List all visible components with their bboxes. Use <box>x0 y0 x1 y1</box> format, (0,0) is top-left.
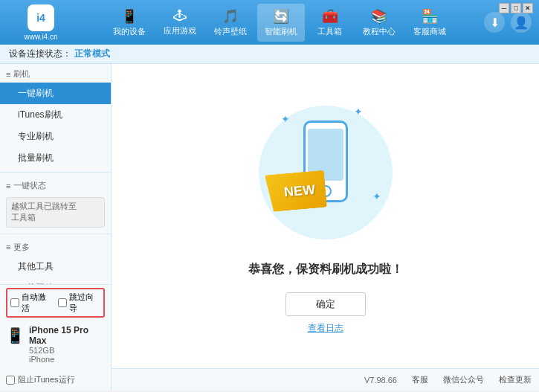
logo-icon: i4 <box>28 4 54 31</box>
skip-guide-label[interactable]: 跳过向导 <box>58 292 101 314</box>
status-bar: 设备连接状态： 正常模式 <box>0 45 539 64</box>
nav-label: 铃声壁纸 <box>214 26 247 37</box>
auto-activate-checkbox[interactable] <box>10 298 19 307</box>
status-mode: 正常模式 <box>74 48 110 60</box>
content-area: ✦ ✦ ✦ NEW 恭喜您，保资料刷机成功啦！ 确定 查看日志 <box>112 64 539 368</box>
sparkle-2: ✦ <box>354 106 363 118</box>
nav-tutorial[interactable]: 📚 教程中心 <box>355 4 403 42</box>
success-message: 恭喜您，保资料刷机成功啦！ <box>248 262 403 277</box>
nav-bar: 📱 我的设备 🕹 应用游戏 🎵 铃声壁纸 🔄 智能刷机 🧰 工具箱 📚 <box>74 4 484 42</box>
more-section-icon: ≡ <box>6 242 10 251</box>
service-icon: 🏪 <box>422 8 438 25</box>
customer-service-link[interactable]: 客服 <box>412 374 428 385</box>
sidebar-item-batch-flash[interactable]: 批量刷机 <box>0 147 111 169</box>
nav-label: 工具箱 <box>317 26 342 37</box>
logo-text: i4 <box>36 12 45 24</box>
header-right: ⬇ 👤 <box>484 12 532 33</box>
sidebar-section-more: ≡ 更多 <box>0 237 111 256</box>
sidebar-item-itunes-flash[interactable]: iTunes刷机 <box>0 104 111 126</box>
logo-area: i4 www.i4.cn <box>7 4 74 41</box>
logo-subtext: www.i4.cn <box>24 33 57 41</box>
download-button[interactable]: ⬇ <box>484 12 505 33</box>
nav-my-device[interactable]: 📱 我的设备 <box>106 4 153 42</box>
device-storage: 512GB <box>29 346 105 355</box>
sidebar-divider-2 <box>0 234 111 234</box>
device-type: iPhone <box>29 355 105 364</box>
auto-activate-label[interactable]: 自动激活 <box>10 292 54 314</box>
new-banner: NEW <box>264 170 326 212</box>
app-icon: 🕹 <box>173 8 187 24</box>
sidebar-item-pro-flash[interactable]: 专业刷机 <box>0 126 111 147</box>
check-update-link[interactable]: 检查更新 <box>499 374 532 385</box>
auto-activate-text: 自动激活 <box>22 292 54 314</box>
itunes-label: 阻止iTunes运行 <box>18 374 75 385</box>
nav-smart-flash[interactable]: 🔄 智能刷机 <box>257 4 305 42</box>
skip-guide-checkbox[interactable] <box>58 298 67 307</box>
bottom-section: 阻止iTunes运行 V7.98.66 客服 微信公众号 检查更新 <box>0 368 539 391</box>
sidebar-item-one-key-flash[interactable]: 一键刷机 <box>0 83 111 104</box>
close-button[interactable]: ✕ <box>523 3 533 13</box>
sidebar-notice: 越狱工具已跳转至工具箱 <box>6 197 105 228</box>
bottom-bar: V7.98.66 客服 微信公众号 检查更新 <box>112 369 539 391</box>
device-panel-bottom: 阻止iTunes运行 <box>0 369 112 391</box>
ringtone-icon: 🎵 <box>222 8 239 25</box>
flash-icon: 🔄 <box>273 8 289 25</box>
user-button[interactable]: 👤 <box>511 12 532 33</box>
auto-actions: 自动激活 跳过向导 <box>6 288 105 318</box>
nav-ringtone[interactable]: 🎵 铃声壁纸 <box>207 4 254 42</box>
confirm-button[interactable]: 确定 <box>285 292 366 316</box>
itunes-bar: 阻止iTunes运行 <box>6 374 105 385</box>
minimize-button[interactable]: ─ <box>499 3 509 13</box>
sidebar-section-status: ≡ 一键状态 <box>0 176 111 194</box>
toolbox-icon: 🧰 <box>322 8 338 25</box>
status-label: 设备连接状态： <box>9 48 71 60</box>
status-section-icon: ≡ <box>6 181 10 190</box>
sparkle-3: ✦ <box>372 190 381 202</box>
skip-guide-text: 跳过向导 <box>69 292 101 314</box>
nav-label: 我的设备 <box>113 26 146 37</box>
sidebar-section-flash: ≡ 刷机 <box>0 64 111 83</box>
device-panel: 自动激活 跳过向导 📱 iPhone 15 Pro Max 512GB iPho… <box>0 284 112 370</box>
nav-label: 应用游戏 <box>164 25 196 36</box>
device-name: iPhone 15 Pro Max <box>29 325 105 346</box>
new-text: NEW <box>283 181 316 200</box>
success-illustration: ✦ ✦ ✦ NEW <box>251 98 400 247</box>
header: i4 www.i4.cn 📱 我的设备 🕹 应用游戏 🎵 铃声壁纸 🔄 智能刷机 <box>0 0 539 45</box>
sidebar-item-other-tools[interactable]: 其他工具 <box>0 256 111 277</box>
log-link[interactable]: 查看日志 <box>308 322 343 335</box>
window-controls: ─ □ ✕ <box>499 3 533 13</box>
maximize-button[interactable]: □ <box>511 3 521 13</box>
nav-service[interactable]: 🏪 客服商城 <box>406 4 454 42</box>
device-phone-icon: 📱 <box>6 327 25 344</box>
sparkle-1: ✦ <box>281 113 290 125</box>
itunes-checkbox[interactable] <box>6 376 15 385</box>
nav-label: 客服商城 <box>413 26 446 37</box>
device-details: iPhone 15 Pro Max 512GB iPhone <box>29 325 105 364</box>
sidebar-divider-1 <box>0 172 111 173</box>
nav-label: 教程中心 <box>363 26 396 37</box>
nav-app-games[interactable]: 🕹 应用游戏 <box>156 4 204 42</box>
nav-toolbox[interactable]: 🧰 工具箱 <box>308 4 352 42</box>
version-label: V7.98.66 <box>364 376 397 385</box>
nav-label: 智能刷机 <box>265 26 297 37</box>
tutorial-icon: 📚 <box>371 8 387 25</box>
flash-section-icon: ≡ <box>6 70 10 79</box>
wechat-link[interactable]: 微信公众号 <box>443 374 484 385</box>
device-info: 📱 iPhone 15 Pro Max 512GB iPhone <box>6 322 105 367</box>
device-icon: 📱 <box>121 8 138 25</box>
